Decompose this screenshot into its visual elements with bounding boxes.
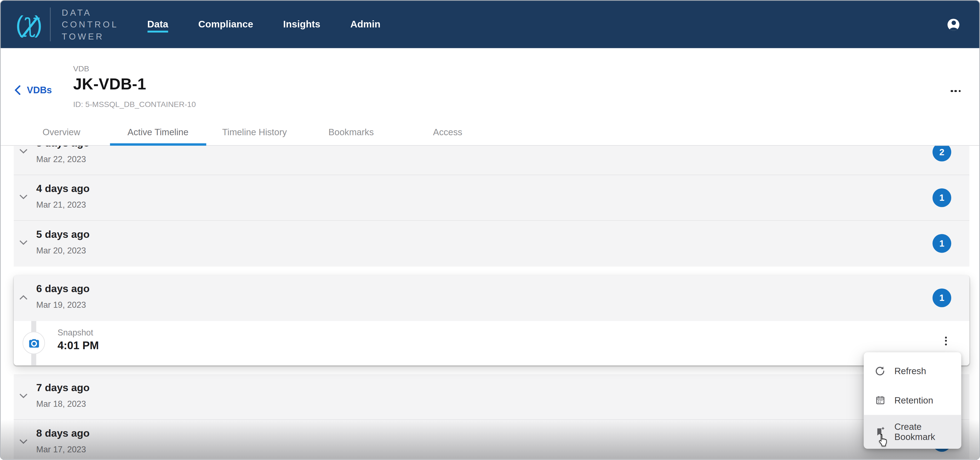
back-label: VDBs	[27, 85, 52, 95]
chevron-down-icon[interactable]	[19, 148, 28, 155]
count-badge: 1	[932, 188, 951, 207]
timeline-group-row[interactable]: 3 days ago Mar 22, 2023 2	[14, 145, 969, 175]
group-title: 6 days ago	[36, 283, 89, 294]
group-date: Mar 22, 2023	[36, 154, 86, 163]
page-header: VDBs VDB JK-VDB-1 ID: 5-MSSQL_DB_CONTAIN…	[0, 48, 979, 123]
page-title: JK-VDB-1	[73, 75, 146, 93]
menu-item-label: Retention	[894, 395, 933, 406]
menu-item-refresh[interactable]: Refresh	[864, 356, 961, 385]
count-badge: 2	[932, 145, 951, 161]
snapshot-node	[22, 332, 45, 354]
chevron-left-icon	[14, 85, 21, 95]
brand-line: TOWER	[62, 31, 118, 42]
bookmark-add-icon	[874, 426, 886, 438]
tab-access[interactable]: Access	[399, 123, 496, 145]
group-title: 4 days ago	[36, 182, 89, 194]
group-date: Mar 18, 2023	[36, 399, 86, 408]
entity-id-label: ID: 5-MSSQL_DB_CONTAINER-10	[73, 100, 196, 109]
chevron-down-icon[interactable]	[19, 393, 28, 399]
brand-line: DATA	[62, 7, 118, 18]
menu-item-retention[interactable]: Retention	[864, 385, 961, 415]
snapshot-context-menu: Refresh Retention Create Bookmark	[864, 352, 961, 449]
top-navbar: (χ) DATA CONTROL TOWER Data Compliance I…	[0, 0, 979, 48]
group-title: 8 days ago	[36, 427, 89, 439]
app-window: (χ) DATA CONTROL TOWER Data Compliance I…	[0, 0, 980, 460]
timeline-group-row[interactable]: 4 days ago Mar 21, 2023 1	[14, 175, 969, 221]
chevron-down-icon[interactable]	[19, 194, 28, 200]
brand-divider	[50, 7, 51, 41]
nav-item-compliance[interactable]: Compliance	[198, 0, 253, 48]
group-date: Mar 17, 2023	[36, 445, 86, 454]
snapshot-actions-button[interactable]	[943, 334, 949, 347]
chevron-down-icon[interactable]	[19, 438, 28, 445]
delphix-logo-icon: (χ)	[16, 9, 41, 40]
group-date: Mar 20, 2023	[36, 246, 86, 255]
tab-timeline-history[interactable]: Timeline History	[206, 123, 303, 145]
count-badge: 1	[932, 234, 951, 252]
tab-bar: Overview Active Timeline Timeline Histor…	[0, 123, 979, 145]
user-avatar-icon[interactable]	[947, 18, 959, 30]
refresh-icon	[874, 365, 886, 376]
entry-time-label: 4:01 PM	[57, 339, 99, 352]
nav-item-data[interactable]: Data	[147, 0, 169, 48]
header-more-actions-button[interactable]	[948, 88, 963, 95]
brand-wordmark: DATA CONTROL TOWER	[62, 7, 118, 42]
expanded-timeline-group: 6 days ago Mar 19, 2023 1 Snapshot 4:01 …	[14, 275, 969, 365]
tab-overview[interactable]: Overview	[13, 123, 110, 145]
group-date: Mar 19, 2023	[36, 300, 86, 310]
camera-icon	[27, 336, 40, 350]
group-title: 3 days ago	[36, 145, 89, 149]
timeline-group-row[interactable]: 8 days ago Mar 17, 2023	[14, 420, 969, 460]
tab-bookmarks[interactable]: Bookmarks	[303, 123, 399, 145]
menu-item-label: Refresh	[894, 366, 926, 376]
chevron-up-icon[interactable]	[19, 294, 28, 300]
calendar-icon	[874, 395, 886, 406]
nav-item-admin[interactable]: Admin	[350, 0, 380, 48]
tab-active-timeline[interactable]: Active Timeline	[110, 123, 206, 145]
group-title: 7 days ago	[36, 381, 89, 393]
timeline-group-row[interactable]: 6 days ago Mar 19, 2023 1	[14, 275, 969, 321]
snapshot-entry-row[interactable]: Snapshot 4:01 PM	[14, 321, 969, 365]
entry-kind-label: Snapshot	[57, 327, 93, 337]
count-badge: 1	[932, 289, 951, 307]
timeline-group-row[interactable]: 7 days ago Mar 18, 2023	[14, 374, 969, 420]
nav-item-insights[interactable]: Insights	[283, 0, 321, 48]
timeline-list: 3 days ago Mar 22, 2023 2 4 days ago Mar…	[0, 145, 979, 460]
menu-item-create-bookmark[interactable]: Create Bookmark	[864, 415, 961, 449]
menu-item-label: Create Bookmark	[894, 422, 961, 442]
chevron-down-icon[interactable]	[19, 240, 28, 246]
primary-nav: Data Compliance Insights Admin	[147, 0, 380, 48]
group-title: 5 days ago	[36, 228, 89, 240]
timeline-group-row[interactable]: 5 days ago Mar 20, 2023 1	[14, 220, 969, 266]
entity-type-label: VDB	[73, 64, 89, 73]
brand-line: CONTROL	[62, 19, 118, 30]
group-date: Mar 21, 2023	[36, 200, 86, 209]
back-to-vdbs-link[interactable]: VDBs	[14, 85, 52, 95]
